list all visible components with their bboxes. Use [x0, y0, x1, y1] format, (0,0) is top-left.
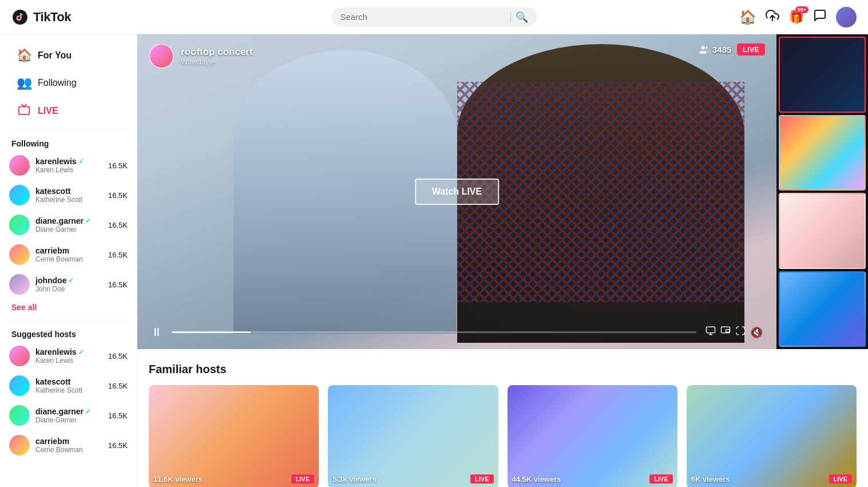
logo-area[interactable]: TikTok [11, 9, 143, 26]
following-list-item[interactable]: diane.garner✓Diane Garner16.5K [0, 401, 137, 430]
side-thumb-2[interactable] [779, 115, 866, 191]
following-list-item[interactable]: katescottKatherine Scott16.5K [0, 371, 137, 401]
follower-info: carriebmCerrie Bowman [35, 437, 106, 454]
hero-channel-name: rooftop concert [181, 46, 253, 58]
follower-info: johndoe✓John Doe [35, 276, 106, 293]
screen-mode-button[interactable] [703, 323, 718, 341]
follower-avatar [9, 375, 30, 396]
search-button[interactable]: 🔍 [516, 11, 528, 23]
side-thumb-1[interactable] [779, 37, 866, 113]
following-list-item[interactable]: karenlewis✓Karen Lewis16.5K [0, 341, 137, 371]
follower-info: karenlewis✓Karen Lewis [35, 347, 106, 365]
following-list-item[interactable]: diane.garner✓Diane Garner16.5K [0, 210, 137, 240]
following-list-item[interactable]: karenlewis✓Karen Lewis16.5K [0, 151, 137, 180]
nav-item-live[interactable]: LIVE [5, 97, 132, 125]
main-nav: 🏠 For You 👥 Following LIVE [0, 42, 137, 125]
follower-display-name: John Doe [35, 285, 106, 293]
volume-button[interactable]: 🔇 [748, 324, 765, 341]
gift-icon-wrap[interactable]: 🎁 99+ [788, 10, 804, 25]
follower-display-name: Cerrie Bowman [35, 446, 106, 454]
following-list-item[interactable]: carriebmCerrie Bowman16.5K [0, 430, 137, 460]
suggested-section-label: Suggested hosts [0, 325, 137, 341]
verified-icon: ✓ [78, 157, 84, 165]
host-thumbnail: 44.5K viewersLIVE [508, 385, 677, 487]
familiar-hosts-title: Familiar hosts [149, 363, 857, 376]
nav-item-following[interactable]: 👥 Following [5, 70, 132, 96]
hosts-grid: 11.6K viewersLIVECeltics @ Heat | NBA on… [149, 385, 857, 487]
following-section-label: Following [0, 134, 137, 151]
host-viewer-count: 6K viewers [691, 475, 730, 484]
follower-avatar [9, 185, 30, 205]
follower-avatar [9, 155, 30, 176]
search-divider [510, 12, 511, 22]
side-thumb-3[interactable] [779, 193, 866, 269]
svg-rect-1 [19, 106, 29, 114]
tiktok-logo-icon [11, 9, 29, 26]
watch-live-button[interactable]: Watch LIVE [415, 179, 499, 205]
fullscreen-button[interactable] [733, 323, 748, 341]
follower-count: 16.5K [108, 280, 128, 289]
host-card[interactable]: 44.5K viewersLIVEFollow us for more van … [508, 385, 677, 487]
host-thumbnail: 5.3k viewersLIVE [328, 385, 498, 487]
header: TikTok 🔍 🏠 🎁 99+ [0, 0, 868, 34]
follower-username: carriebm [35, 437, 106, 446]
upload-icon[interactable] [766, 9, 779, 26]
host-live-badge: LIVE [291, 474, 314, 484]
follower-username: diane.garner✓ [35, 216, 106, 225]
host-viewer-count: 11.6K viewers [153, 475, 203, 484]
follower-display-name: Karen Lewis [35, 357, 106, 365]
follower-count: 16.5K [108, 191, 128, 200]
following-list-item[interactable]: carriebmCerrie Bowman16.5K [0, 240, 137, 270]
host-card[interactable]: 11.6K viewersLIVECeltics @ Heat | NBA on… [149, 385, 319, 487]
following-list-item[interactable]: johndoe✓John Doe16.5K [0, 270, 137, 299]
follower-avatar [9, 435, 30, 456]
follower-count: 16.5K [108, 382, 128, 390]
verified-icon: ✓ [78, 348, 84, 356]
sidebar-divider-2 [9, 320, 128, 320]
side-thumb-4[interactable] [779, 271, 866, 347]
following-list: karenlewis✓Karen Lewis16.5KkatescottKath… [0, 151, 137, 299]
follower-info: carriebmCerrie Bowman [35, 246, 106, 263]
follower-display-name: Katherine Scott [35, 196, 106, 204]
follower-info: katescottKatherine Scott [35, 377, 106, 394]
host-card[interactable]: 5.3k viewersLIVEHad so much fun with thi… [328, 385, 498, 487]
pip-button[interactable] [718, 323, 733, 341]
host-card[interactable]: 6K viewersLIVESoaking up the gorgeous Sa… [687, 385, 857, 487]
follower-info: diane.garner✓Diane Garner [35, 216, 106, 233]
familiar-hosts-section: Familiar hosts 11.6K viewersLIVECeltics … [137, 349, 868, 487]
home-icon[interactable]: 🏠 [739, 9, 756, 25]
hero-live-badge: LIVE [737, 43, 765, 56]
following-label: Following [38, 78, 77, 88]
follower-username: carriebm [35, 246, 106, 255]
verified-icon: ✓ [85, 217, 91, 225]
progress-bar-container[interactable] [172, 331, 696, 333]
follower-count: 16.5K [108, 352, 128, 361]
hero-channel-avatar[interactable] [149, 43, 174, 69]
follower-display-name: Diane Garner [35, 225, 106, 233]
message-icon[interactable] [813, 9, 827, 26]
search-input[interactable] [340, 12, 506, 22]
home-nav-icon: 🏠 [16, 48, 32, 63]
follower-username: johndoe✓ [35, 276, 106, 285]
hero-top-overlay: rooftop concert Wowdayje [149, 43, 253, 69]
pause-button[interactable]: ⏸ [149, 323, 165, 341]
user-avatar[interactable] [836, 7, 857, 27]
host-thumbnail: 6K viewersLIVE [687, 385, 857, 487]
follower-avatar [9, 215, 30, 235]
follower-info: diane.garner✓Diane Garner [35, 407, 106, 424]
search-input-wrap[interactable]: 🔍 [331, 7, 537, 27]
follower-username: karenlewis✓ [35, 157, 106, 166]
live-nav-icon [16, 103, 32, 119]
see-all-button[interactable]: See all [0, 299, 48, 315]
follower-count: 16.5K [108, 441, 128, 450]
following-list-item[interactable]: katescottKatherine Scott16.5K [0, 180, 137, 210]
notification-badge: 99+ [795, 6, 808, 13]
verified-icon: ✓ [68, 276, 74, 284]
host-live-badge: LIVE [470, 474, 493, 484]
follower-display-name: Karen Lewis [35, 166, 106, 174]
sidebar: 🏠 For You 👥 Following LIVE Following kar… [0, 34, 137, 487]
suggested-list: karenlewis✓Karen Lewis16.5KkatescottKath… [0, 341, 137, 460]
svg-rect-5 [726, 330, 730, 332]
svg-rect-3 [707, 327, 715, 333]
nav-item-for-you[interactable]: 🏠 For You [5, 42, 132, 69]
